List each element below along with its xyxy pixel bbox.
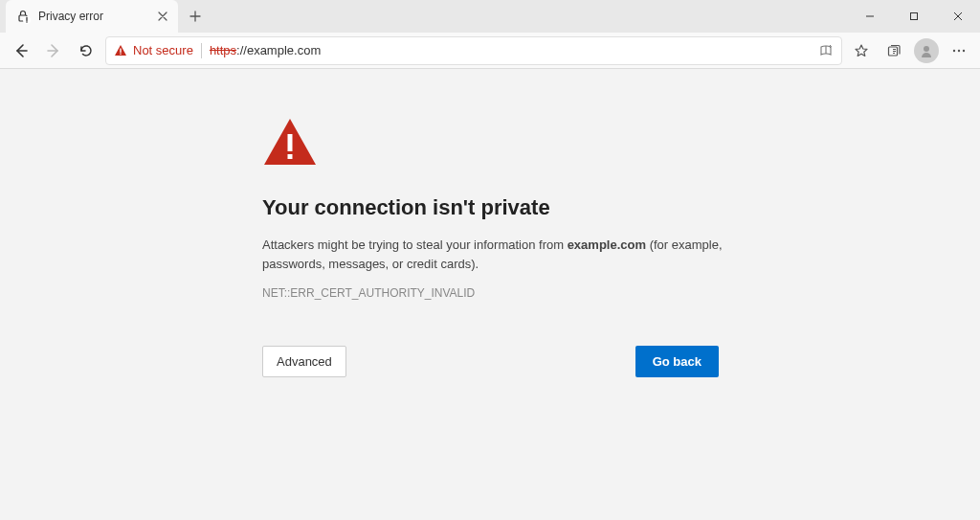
address-bar[interactable]: Not secure https://example.com bbox=[105, 36, 842, 65]
error-heading: Your connection isn't private bbox=[262, 195, 741, 220]
url-scheme: https bbox=[210, 43, 236, 57]
window-controls bbox=[848, 0, 980, 33]
profile-button[interactable] bbox=[913, 37, 940, 64]
warning-large-icon bbox=[262, 117, 741, 169]
security-indicator[interactable]: Not secure bbox=[114, 43, 193, 57]
svg-point-8 bbox=[958, 49, 960, 51]
window-minimize-button[interactable] bbox=[848, 0, 892, 33]
reading-mode-icon[interactable] bbox=[818, 43, 834, 58]
tab-title: Privacy error bbox=[38, 10, 147, 23]
tab-close-icon[interactable] bbox=[155, 9, 170, 24]
error-desc-pre: Attackers might be trying to steal your … bbox=[262, 237, 568, 252]
tab-favicon-lock-warning-icon bbox=[15, 9, 31, 24]
error-desc-domain: example.com bbox=[568, 237, 646, 252]
security-label: Not secure bbox=[133, 43, 193, 57]
url-rest: ://example.com bbox=[236, 43, 321, 57]
svg-point-9 bbox=[963, 49, 965, 51]
error-code: NET::ERR_CERT_AUTHORITY_INVALID bbox=[262, 286, 741, 300]
window-close-button[interactable] bbox=[936, 0, 980, 33]
new-tab-button[interactable] bbox=[182, 3, 209, 30]
back-button[interactable] bbox=[8, 37, 34, 64]
svg-point-6 bbox=[924, 46, 929, 52]
separator bbox=[201, 43, 202, 58]
svg-point-2 bbox=[26, 21, 28, 23]
url-text: https://example.com bbox=[210, 43, 321, 57]
forward-button bbox=[40, 37, 67, 64]
svg-rect-3 bbox=[911, 13, 918, 20]
window-maximize-button[interactable] bbox=[892, 0, 936, 33]
svg-rect-11 bbox=[288, 154, 293, 159]
browser-tab[interactable]: Privacy error bbox=[6, 0, 178, 33]
favorites-button[interactable] bbox=[848, 37, 875, 64]
collections-button[interactable] bbox=[880, 37, 907, 64]
svg-point-7 bbox=[953, 49, 955, 51]
browser-toolbar: Not secure https://example.com bbox=[0, 33, 980, 69]
avatar-icon bbox=[914, 38, 939, 63]
go-back-button[interactable]: Go back bbox=[635, 346, 719, 377]
svg-rect-10 bbox=[288, 134, 293, 151]
error-panel: Your connection isn't private Attackers … bbox=[262, 117, 741, 377]
page-content: Your connection isn't private Attackers … bbox=[0, 69, 980, 520]
refresh-button[interactable] bbox=[73, 37, 100, 64]
button-row: Advanced Go back bbox=[262, 346, 719, 377]
svg-point-4 bbox=[120, 53, 122, 55]
window-titlebar: Privacy error bbox=[0, 0, 980, 33]
warning-triangle-icon bbox=[114, 44, 127, 57]
advanced-button[interactable]: Advanced bbox=[262, 346, 346, 377]
menu-button[interactable] bbox=[946, 37, 972, 64]
error-description: Attackers might be trying to steal your … bbox=[262, 236, 741, 273]
